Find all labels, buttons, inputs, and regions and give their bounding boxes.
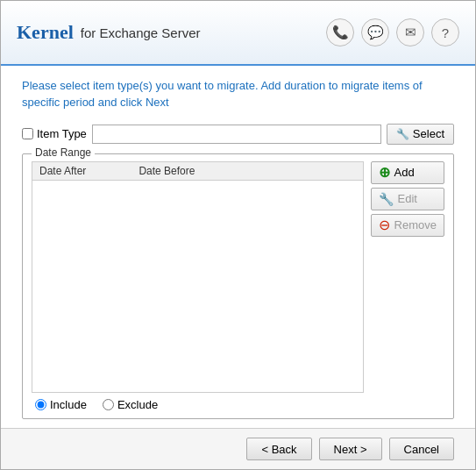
cancel-label: Cancel bbox=[404, 443, 439, 456]
wrench-icon: 🔧 bbox=[396, 128, 409, 140]
item-type-input[interactable] bbox=[92, 125, 381, 144]
date-range-inner: Date After Date Before Include bbox=[32, 161, 444, 411]
remove-button[interactable]: ⊖ Remove bbox=[371, 214, 444, 237]
exclude-label: Exclude bbox=[117, 398, 158, 411]
radio-row: Include Exclude bbox=[32, 398, 364, 411]
add-button[interactable]: ⊕ Add bbox=[371, 161, 444, 184]
include-radio[interactable] bbox=[35, 399, 46, 410]
edit-button[interactable]: 🔧 Edit bbox=[371, 188, 444, 210]
edit-icon: 🔧 bbox=[379, 192, 394, 206]
date-range-legend: Date Range bbox=[32, 146, 95, 159]
edit-label: Edit bbox=[398, 192, 417, 205]
email-icon[interactable]: ✉ bbox=[396, 18, 424, 46]
main-window: Kernel for Exchange Server 📞 💬 ✉ ? Pleas… bbox=[0, 0, 476, 470]
header-icons: 📞 💬 ✉ ? bbox=[326, 18, 459, 46]
include-label: Include bbox=[50, 398, 87, 411]
logo: Kernel for Exchange Server bbox=[17, 21, 201, 44]
item-type-row: Item Type 🔧 Select bbox=[22, 124, 454, 145]
add-icon: ⊕ bbox=[379, 164, 390, 181]
include-radio-label[interactable]: Include bbox=[35, 398, 87, 411]
exclude-radio-label[interactable]: Exclude bbox=[103, 398, 158, 411]
item-type-label: Item Type bbox=[37, 127, 87, 140]
select-button[interactable]: 🔧 Select bbox=[387, 124, 454, 145]
date-table-body[interactable] bbox=[32, 181, 363, 389]
date-table-header: Date After Date Before bbox=[32, 162, 363, 181]
logo-rest-text: for Exchange Server bbox=[81, 25, 201, 40]
footer: < Back Next > Cancel bbox=[1, 428, 475, 469]
header: Kernel for Exchange Server 📞 💬 ✉ ? bbox=[1, 1, 475, 66]
item-type-checkbox[interactable] bbox=[22, 128, 33, 139]
remove-label: Remove bbox=[394, 218, 437, 231]
back-label: < Back bbox=[261, 443, 296, 456]
cancel-button[interactable]: Cancel bbox=[389, 438, 454, 460]
remove-icon: ⊖ bbox=[379, 217, 390, 233]
add-label: Add bbox=[394, 166, 415, 179]
logo-kernel-text: Kernel bbox=[17, 21, 74, 44]
message-icon[interactable]: 💬 bbox=[361, 18, 389, 46]
content-area: Please select item type(s) you want to m… bbox=[1, 66, 475, 428]
phone-icon[interactable]: 📞 bbox=[326, 18, 354, 46]
date-range-table: Date After Date Before bbox=[32, 161, 364, 393]
select-button-label: Select bbox=[413, 127, 444, 140]
exclude-radio[interactable] bbox=[103, 399, 114, 410]
date-range-group: Date Range Date After Date Before bbox=[22, 153, 454, 419]
date-range-buttons: ⊕ Add 🔧 Edit ⊖ Remove bbox=[371, 161, 444, 411]
back-button[interactable]: < Back bbox=[246, 438, 311, 460]
next-label: Next > bbox=[334, 443, 367, 456]
instruction-text: Please select item type(s) you want to m… bbox=[22, 78, 454, 111]
next-button[interactable]: Next > bbox=[319, 438, 382, 460]
col-date-before: Date Before bbox=[139, 165, 195, 177]
col-date-after: Date After bbox=[39, 165, 86, 177]
help-icon[interactable]: ? bbox=[431, 18, 459, 46]
item-type-checkbox-label[interactable]: Item Type bbox=[22, 127, 87, 140]
